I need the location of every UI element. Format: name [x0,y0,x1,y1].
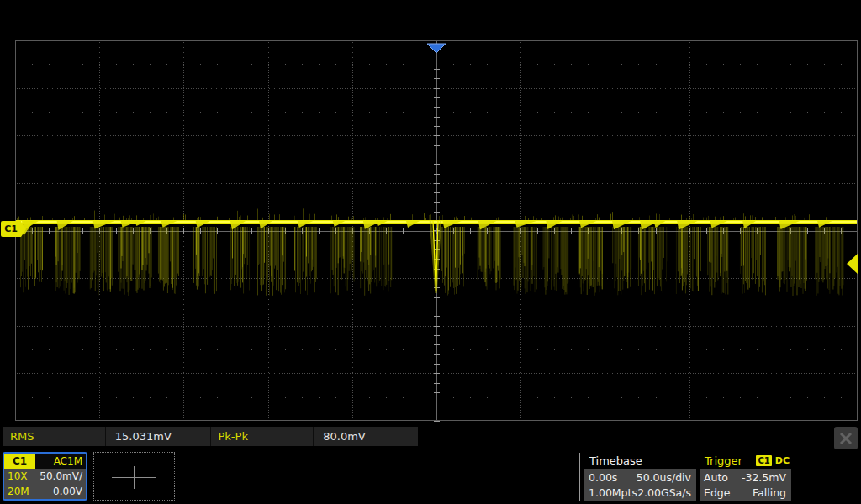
trigger-coupling: DC [775,455,790,466]
close-measurements-button[interactable] [834,427,858,449]
trigger-type: Edge [704,486,730,499]
timebase-memory-depth: 1.00Mpts [589,486,637,499]
timebase-delay: 0.00s [589,471,617,484]
plus-icon [134,466,135,489]
trigger-descriptor[interactable]: Trigger C1 DC Auto -32.5mV Edge Falling [700,453,791,501]
timebase-title: Timebase [589,454,642,467]
channel-c1-descriptor[interactable]: C1 AC1M 10X 50.0mV/ 20M 0.00V [3,452,87,501]
timebase-scale: 50.0us/div [637,471,691,484]
trigger-source-chip: C1 [756,455,771,466]
trigger-position-icon [426,43,446,54]
trigger-level-marker[interactable] [847,253,858,275]
measurement-2-label[interactable]: Pk-Pk [211,427,314,446]
channel-attenuation: 10X [8,470,28,482]
trigger-level-icon [847,253,858,275]
measurement-2-value: 80.0mV [314,427,418,446]
trigger-slope: Falling [753,486,786,499]
timebase-descriptor[interactable]: Timebase 0.00s 50.0us/div 1.00Mpts 2.00G… [584,453,696,501]
channel-coupling: AC1M [35,454,86,469]
add-trace-button[interactable] [93,452,175,501]
trigger-mode: Auto [704,471,728,484]
waveform-display[interactable] [0,0,861,430]
channel-offset: 0.00V [53,486,82,497]
channel-marker-label: C1 [4,223,18,234]
timebase-sample-rate: 2.00GSa/s [637,486,691,499]
channel-c1-level-marker[interactable]: C1 [1,221,21,237]
trigger-level: -32.5mV [742,471,786,484]
measurement-bar[interactable]: RMS 15.031mV Pk-Pk 80.0mV [3,427,418,446]
measurement-1-label[interactable]: RMS [3,427,105,446]
channel-name-chip[interactable]: C1 [4,454,35,469]
oscilloscope-screen: C1 RMS 15.031mV Pk-Pk 80.0mV C1 AC1M 10X… [0,0,861,504]
descriptor-bar: C1 AC1M 10X 50.0mV/ 20M 0.00V Timebase [0,450,861,504]
trigger-position-marker[interactable] [426,41,446,52]
panel-separator [579,453,580,501]
close-icon [839,432,853,445]
channel-scale: 50.0mV/ [40,470,82,482]
measurement-1-value: 15.031mV [106,427,210,446]
trigger-title: Trigger [705,454,742,467]
channel-bandwidth: 20M [8,486,29,497]
